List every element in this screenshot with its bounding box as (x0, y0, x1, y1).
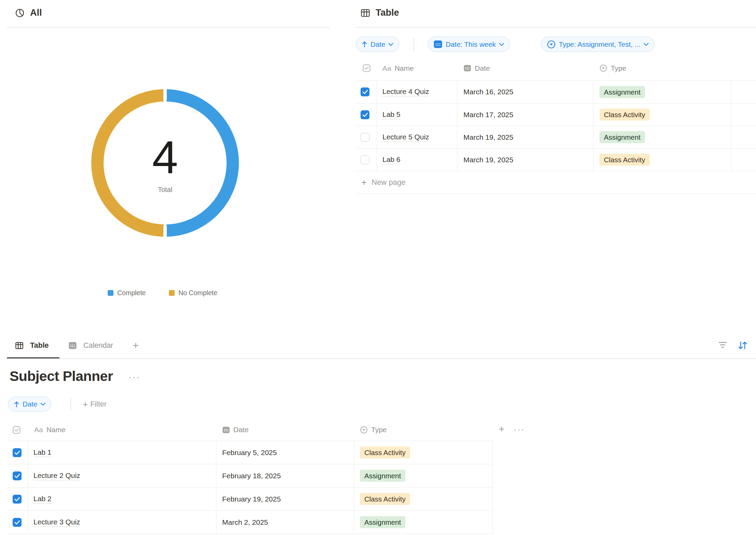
filter-pill-date[interactable]: Date: This week (428, 37, 510, 52)
header-actions: + ··· (499, 424, 525, 434)
subject-planner-table: AaName Date (7, 419, 537, 534)
left-card-divider (7, 27, 330, 28)
row-checkbox-cell[interactable] (7, 464, 28, 487)
calendar-icon (68, 341, 77, 350)
checkbox-icon (363, 64, 370, 72)
filter-lines-icon[interactable] (718, 342, 727, 350)
add-filter-button[interactable]: + Filter (83, 400, 107, 409)
toolbar-divider (70, 398, 71, 410)
date-cell[interactable]: March 19, 2025 (457, 126, 593, 148)
legend-label: Complete (117, 289, 146, 297)
type-filter-icon (599, 64, 607, 72)
table-row: Lecture 4 Quiz March 16, 2025 Assignment (356, 81, 756, 104)
row-checkbox[interactable] (361, 87, 369, 96)
tab-calendar[interactable]: Calendar (68, 341, 113, 350)
aa-icon: Aa (382, 64, 391, 72)
add-column-button[interactable]: + (499, 424, 504, 434)
planner-header-row: AaName Date (7, 419, 493, 441)
legend-item-complete: Complete (108, 289, 146, 297)
row-checkbox[interactable] (361, 110, 369, 119)
title-more-icon[interactable]: ··· (128, 372, 140, 382)
row-checkbox-cell[interactable] (7, 488, 28, 510)
name-cell[interactable]: Lab 5 (377, 104, 457, 126)
right-view-title[interactable]: Table (361, 8, 399, 18)
pie-chart-icon (15, 8, 25, 18)
sort-pill-label: Date (23, 400, 37, 408)
row-checkbox[interactable] (361, 155, 369, 164)
row-checkbox-cell[interactable] (7, 511, 28, 534)
calendar-icon (433, 40, 443, 49)
new-page-row[interactable]: + New page (356, 171, 756, 194)
right-view-title-label: Table (376, 8, 399, 18)
left-view-title[interactable]: All (15, 8, 42, 18)
name-cell[interactable]: Lab 2 (28, 488, 216, 510)
date-cell[interactable]: March 19, 2025 (457, 149, 593, 171)
type-cell[interactable]: Class Activity (354, 441, 493, 464)
name-cell[interactable]: Lecture 4 Quiz (377, 81, 457, 103)
column-header-type[interactable]: Type (354, 419, 493, 441)
row-checkbox[interactable] (13, 495, 22, 504)
column-header-type[interactable]: Type (593, 56, 731, 80)
type-cell[interactable]: Assignment (593, 126, 731, 148)
type-cell[interactable]: Assignment (354, 511, 493, 534)
row-checkbox[interactable] (361, 133, 369, 142)
name-cell[interactable]: Lecture 2 Quiz (28, 464, 216, 487)
table-row: Lecture 2 Quiz February 18, 2025 Assignm… (7, 464, 493, 488)
date-cell[interactable]: March 16, 2025 (457, 81, 593, 103)
type-cell[interactable]: Assignment (354, 464, 493, 487)
type-cell[interactable]: Class Activity (354, 488, 493, 510)
filter-pill-type-label: Type: Assignment, Test, ... (559, 40, 640, 49)
row-checkbox[interactable] (13, 471, 22, 480)
date-cell[interactable]: March 2, 2025 (216, 511, 354, 534)
filter-pill-type[interactable]: Type: Assignment, Test, ... (541, 37, 654, 52)
tab-table[interactable]: Table (15, 341, 49, 350)
donut-total-label: Total (131, 186, 199, 194)
date-cell[interactable]: February 19, 2025 (216, 488, 354, 510)
sort-pill-date[interactable]: Date (356, 37, 399, 52)
row-checkbox-cell[interactable] (7, 441, 28, 464)
type-cell[interactable]: Class Activity (593, 149, 731, 171)
date-cell[interactable]: March 17, 2025 (457, 104, 593, 126)
row-checkbox-cell[interactable] (356, 149, 377, 171)
column-header-name[interactable]: AaName (28, 419, 216, 441)
column-header-date[interactable]: Date (216, 419, 354, 441)
donut-total-value: 4 (114, 134, 216, 180)
add-view-button[interactable]: + (133, 340, 139, 351)
row-spacer (731, 149, 756, 171)
legend-swatch-complete (108, 290, 113, 296)
row-checkbox-cell[interactable] (356, 126, 377, 148)
row-checkbox-cell[interactable] (356, 104, 377, 126)
name-cell[interactable]: Lecture 3 Quiz (28, 511, 216, 534)
plus-icon: + (83, 400, 88, 409)
row-checkbox[interactable] (13, 518, 22, 527)
page-title[interactable]: Subject Planner (10, 368, 113, 384)
select-all-header[interactable] (7, 419, 28, 441)
new-page-label: New page (372, 178, 405, 187)
table-more-button[interactable]: ··· (513, 425, 525, 434)
table-row: Lab 6 March 19, 2025 Class Activity (356, 149, 756, 171)
name-cell[interactable]: Lab 1 (28, 441, 216, 464)
name-cell[interactable]: Lecture 5 Quiz (377, 126, 457, 148)
pill-divider (414, 38, 414, 51)
name-cell[interactable]: Lab 6 (377, 149, 457, 171)
add-filter-label: Filter (90, 400, 107, 409)
table-row: Lecture 3 Quiz March 2, 2025 Assignment (7, 511, 493, 534)
sort-toggle-icon[interactable] (738, 341, 748, 352)
table-row: Lab 5 March 17, 2025 Class Activity (356, 104, 756, 126)
select-all-header[interactable] (356, 56, 377, 80)
sort-pill-date-bottom[interactable]: Date (8, 397, 51, 412)
tab-calendar-label: Calendar (83, 341, 113, 350)
type-cell[interactable]: Class Activity (593, 104, 731, 126)
week-table: AaName Date (356, 56, 756, 194)
type-cell[interactable]: Assignment (593, 81, 731, 103)
type-filter-icon (547, 40, 556, 49)
row-spacer (731, 126, 756, 148)
row-checkbox[interactable] (13, 448, 22, 457)
date-cell[interactable]: February 5, 2025 (216, 441, 354, 464)
column-header-name[interactable]: AaName (377, 56, 457, 80)
row-checkbox-cell[interactable] (356, 81, 377, 103)
date-cell[interactable]: February 18, 2025 (216, 464, 354, 487)
calendar-icon (463, 64, 471, 72)
sort-arrow-icon (14, 401, 19, 408)
column-header-date[interactable]: Date (457, 56, 593, 80)
